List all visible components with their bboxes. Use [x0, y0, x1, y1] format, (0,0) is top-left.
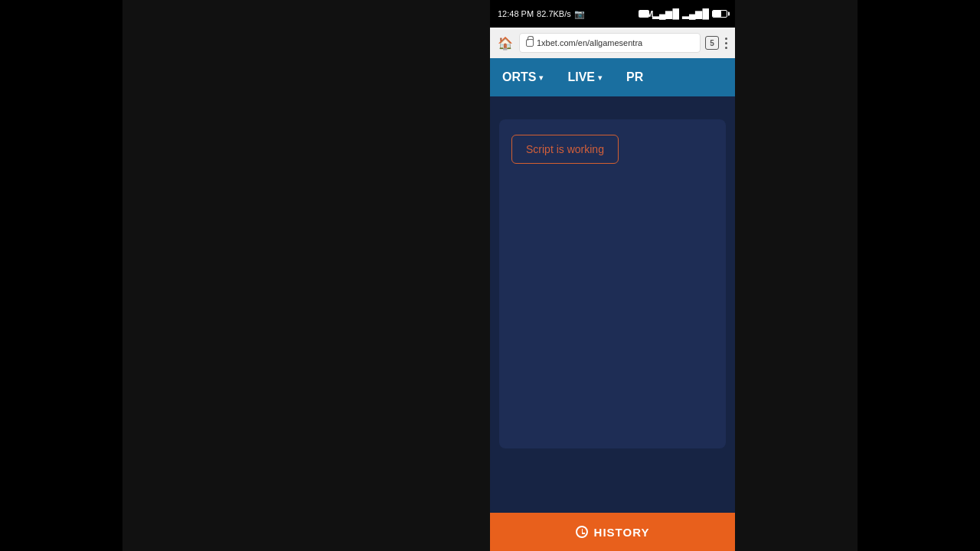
sim-icon: SIM [639, 10, 649, 18]
script-working-button[interactable]: Script is working [511, 135, 619, 164]
phone-frame: 12:48 PM 82.7KB/s 📷 SIM ▂▄▆█ ▂▄▆█ 🏠 1xbe… [490, 0, 735, 551]
status-bar-right: SIM ▂▄▆█ ▂▄▆█ [639, 8, 727, 19]
url-bar[interactable]: 1xbet.com/en/allgamesentra [519, 33, 701, 53]
history-bar[interactable]: HISTORY [490, 513, 735, 551]
lock-icon [526, 39, 534, 47]
browser-bar: 🏠 1xbet.com/en/allgamesentra 5 [490, 28, 735, 58]
main-content: Script is working [490, 107, 735, 513]
history-label: HISTORY [594, 526, 650, 539]
nav-pr-label: PR [626, 70, 643, 84]
nav-item-live[interactable]: LIVE ▾ [555, 58, 614, 96]
camera-icon: 📷 [574, 9, 585, 19]
left-panel [122, 0, 490, 551]
network-speed: 82.7KB/s [537, 9, 571, 18]
menu-dots-button[interactable] [724, 36, 729, 51]
home-button[interactable]: 🏠 [496, 34, 514, 52]
nav-separator [490, 96, 735, 107]
nav-live-chevron: ▾ [598, 73, 602, 82]
status-bar-left: 12:48 PM 82.7KB/s 📷 [498, 9, 585, 19]
nav-bar: ORTS ▾ LIVE ▾ PR [490, 58, 735, 96]
signal-bars-2: ▂▄▆█ [682, 8, 709, 19]
nav-item-pr[interactable]: PR [614, 58, 655, 96]
home-icon: 🏠 [498, 36, 513, 51]
signal-bars: ▂▄▆█ [652, 8, 679, 19]
tab-count[interactable]: 5 [705, 36, 719, 50]
nav-live-label: LIVE [567, 70, 595, 84]
nav-sports-chevron: ▾ [539, 73, 543, 82]
nav-item-sports[interactable]: ORTS ▾ [490, 58, 555, 96]
battery-icon [712, 10, 727, 18]
nav-sports-label: ORTS [502, 70, 536, 84]
url-text: 1xbet.com/en/allgamesentra [537, 38, 642, 47]
history-icon [576, 526, 588, 538]
status-bar: 12:48 PM 82.7KB/s 📷 SIM ▂▄▆█ ▂▄▆█ [490, 0, 735, 28]
content-card: Script is working [499, 119, 726, 448]
time-display: 12:48 PM [498, 9, 534, 18]
right-panel [735, 0, 858, 551]
